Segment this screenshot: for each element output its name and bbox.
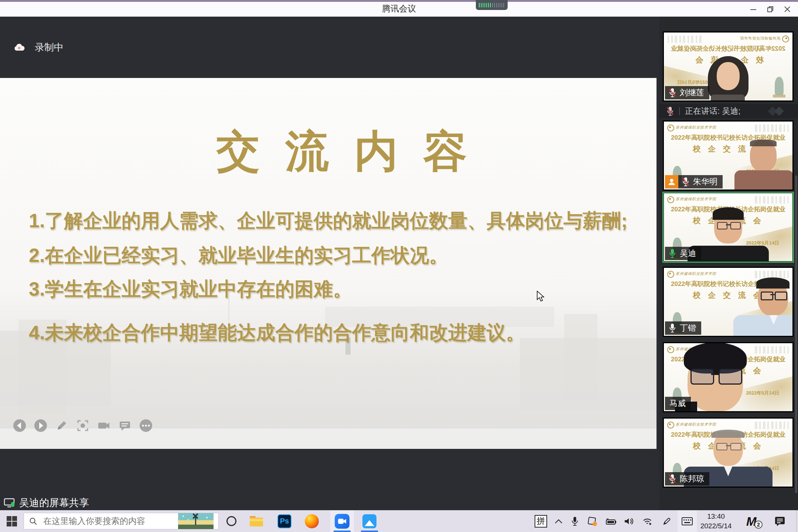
start-button[interactable]	[0, 510, 24, 532]
restore-button[interactable]	[762, 2, 779, 17]
building-silhouette	[564, 314, 597, 401]
school-seal-icon	[667, 271, 674, 278]
tray-battery[interactable]	[602, 510, 619, 532]
pen-icon	[662, 516, 672, 526]
mic-muted-icon	[668, 474, 677, 484]
comment-button[interactable]	[118, 419, 132, 433]
close-button[interactable]	[779, 2, 796, 17]
skyline-art	[668, 35, 702, 43]
photoshop-icon: Ps	[277, 514, 291, 528]
video-thumbnail-wudi[interactable]: 苏州健雄职业技术学院 2022年高职院校书记校长访企拓岗促就业 校 企 交 流 …	[663, 192, 794, 262]
ime-indicator[interactable]: 拼	[532, 510, 550, 532]
participant-name: 刘继莲	[680, 87, 704, 98]
search-icon	[29, 517, 38, 526]
firefox-button[interactable]	[301, 510, 322, 532]
shared-screen-slide: 交 流 内 容 1.了解企业的用人需求、企业可提供的就业岗位数量、具体岗位与薪酬…	[0, 78, 657, 449]
name-tag: 陈邦琼	[665, 472, 709, 485]
skyline-art	[755, 271, 789, 278]
participant-name: 马威	[669, 398, 686, 409]
video-thumbnail-zhuhuaming[interactable]: 苏州健雄职业技术学院 2022年高职院校书记校长访企拓岗促就业 校 企 交 流 …	[663, 120, 794, 191]
clock-time: 13:40	[700, 512, 732, 521]
file-explorer-button[interactable]	[246, 510, 267, 532]
school-seal-icon	[667, 346, 674, 353]
tray-input-device[interactable]: M 2	[743, 510, 765, 532]
clock-date: 2022/5/14	[700, 521, 732, 531]
screen-share-icon	[4, 498, 16, 508]
participant-name: 丁锴	[680, 323, 696, 334]
skyline-art	[755, 196, 789, 204]
participant-name: 陈邦琼	[680, 473, 704, 484]
tray-network[interactable]	[638, 510, 656, 532]
screen-share-label: 吴迪的屏幕共享	[19, 496, 89, 509]
school-seal-icon	[667, 125, 674, 132]
firefox-icon	[305, 514, 319, 528]
video-thumbnail-chenbangqiong[interactable]: 苏州健雄职业技术学院 2022年高职院校书记校长访企拓岗促就业 校 企 交 流 …	[663, 417, 794, 488]
window-title: 腾讯会议	[0, 3, 798, 14]
divider	[679, 107, 680, 115]
participants-sidebar: 苏州健雄职业技术学院 2022年高职院校书记校长访企拓岗促就业 校 企 交 流 …	[659, 17, 798, 510]
slide-item-4: 4.未来校企合作中期望能达成合作的合作意向和改进建议。	[29, 320, 525, 346]
mic-muted-icon	[668, 88, 677, 98]
name-tag: 朱华明	[665, 175, 723, 188]
minimize-button[interactable]	[745, 2, 762, 17]
tray-pen[interactable]	[658, 510, 675, 532]
mouse-cursor	[536, 291, 546, 303]
tencent-meeting-icon	[335, 514, 349, 529]
recording-label: 录制中	[35, 41, 64, 54]
previous-slide-button[interactable]	[13, 419, 27, 433]
background-window-strip	[0, 0, 798, 2]
tray-volume[interactable]	[621, 510, 638, 532]
next-slide-button[interactable]	[34, 419, 48, 433]
more-options-button[interactable]	[139, 419, 153, 433]
cloud-recording-icon	[13, 43, 26, 52]
mic-muted-icon	[666, 106, 675, 116]
action-center-button[interactable]	[769, 510, 791, 532]
cortana-button[interactable]	[223, 510, 239, 532]
speaking-label: 正在讲话: 吴迪;	[685, 106, 740, 117]
action-center-icon	[774, 516, 785, 526]
video-thumbnail-dingkai[interactable]: 苏州健雄职业技术学院 2022年高职院校书记校长访企拓岗促就业 校 企 交 流 …	[663, 267, 794, 337]
camera-button[interactable]	[97, 419, 111, 433]
slide-item-1: 1.了解企业的用人需求、企业可提供的就业岗位数量、具体岗位与薪酬;	[29, 208, 628, 234]
school-name: 苏州健雄职业技术学院	[676, 125, 716, 130]
chevron-up-icon	[555, 519, 563, 524]
touch-keyboard-button[interactable]	[678, 510, 697, 532]
tray-expand-button[interactable]	[551, 510, 566, 532]
participant-avatar	[731, 140, 792, 190]
tray-microphone[interactable]	[567, 510, 583, 532]
tray-rotation-lock[interactable]	[584, 510, 601, 532]
wifi-icon	[642, 517, 652, 526]
tray-clock[interactable]: 13:40 2022/5/14	[697, 510, 735, 532]
title-bar: 腾讯会议	[0, 0, 798, 17]
tencent-meeting-button[interactable]	[330, 510, 354, 532]
microphone-icon	[571, 516, 579, 526]
video-thumbnail-mawei[interactable]: 苏州健雄职业技术学院 2022年高职院校书记校长访企拓岗促就业 校 企 交 流 …	[663, 342, 794, 412]
participant-name: 吴迪	[680, 248, 696, 259]
skyline-art	[755, 422, 789, 429]
search-input[interactable]	[42, 516, 166, 526]
audio-level-meter	[476, 0, 508, 10]
cortana-icon	[226, 516, 236, 526]
restore-icon	[767, 6, 774, 13]
pen-annotate-button[interactable]	[55, 419, 69, 433]
school-seal-icon	[667, 422, 674, 429]
participant-name: 朱华明	[693, 176, 717, 187]
meeting-logo-watermark	[766, 107, 788, 116]
sidebar-scrollbar[interactable]	[795, 175, 797, 493]
news-widget-thumbnail[interactable]	[178, 513, 214, 529]
video-thumbnail-liujilian[interactable]: 苏州健雄职业技术学院 2022年高职院校书记校长访企拓岗促就业 校 企 交 流 …	[663, 31, 794, 102]
banner-title-line1: 2022年高职院校书记校长访企拓岗促就业	[664, 44, 792, 53]
input-device-icon: M 2	[746, 514, 763, 529]
active-speaker-bar: 正在讲话: 吴迪;	[659, 104, 798, 118]
docs-app-button[interactable]	[358, 510, 381, 532]
laser-pointer-button[interactable]	[76, 419, 90, 433]
show-desktop-button[interactable]	[796, 510, 798, 532]
photoshop-button[interactable]: Ps	[274, 510, 295, 532]
school-name: 苏州健雄职业技术学院	[676, 197, 716, 202]
mic-active-icon	[668, 248, 677, 259]
school-name: 苏州健雄职业技术学院	[740, 36, 781, 41]
school-seal-icon	[782, 35, 789, 42]
mic-muted-icon	[681, 177, 690, 187]
windows-taskbar: Ps 拼	[0, 510, 798, 532]
device-count-badge: 2	[754, 521, 763, 529]
